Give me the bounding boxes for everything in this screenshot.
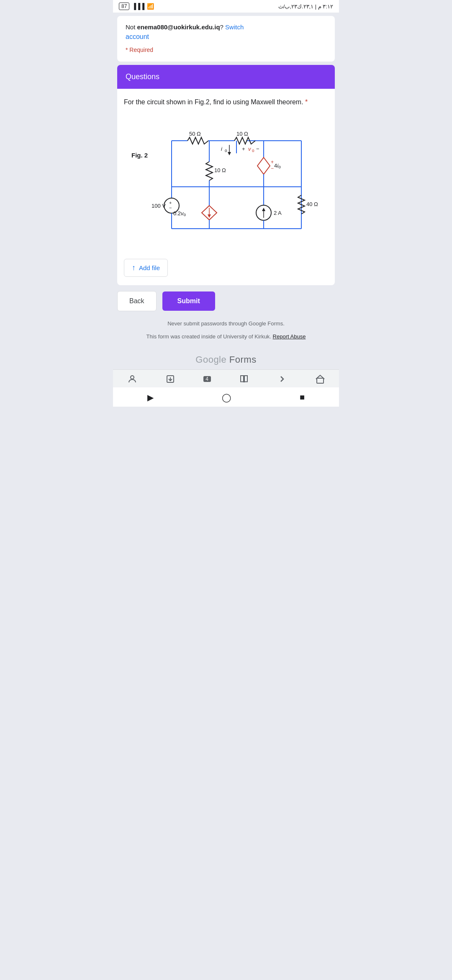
svg-text:i: i [221, 146, 223, 152]
not-account-line: Not enema080@uokirkuk.edu.iq? Switch [126, 23, 326, 32]
home-button[interactable]: ◯ [222, 392, 231, 402]
nav-book-icon[interactable] [239, 374, 249, 384]
report-abuse-link[interactable]: Report Abuse [273, 333, 306, 340]
svg-text:50 Ω: 50 Ω [189, 131, 201, 137]
password-warning: Never submit passwords through Google Fo… [120, 320, 332, 327]
questions-header: Questions [117, 65, 335, 89]
add-file-label: Add file [139, 264, 160, 271]
svg-marker-26 [257, 157, 270, 174]
footer-section: Never submit passwords through Google Fo… [113, 315, 339, 346]
top-info-card: Not enema080@uokirkuk.edu.iq? Switch acc… [117, 16, 335, 62]
svg-text:40 Ω: 40 Ω [306, 201, 318, 207]
question-card: For the circuit shown in Fig.2, find io … [117, 89, 335, 286]
required-star: * [305, 98, 308, 106]
svg-point-54 [131, 376, 134, 379]
email-address: enema080@uokirkuk.edu.iq [137, 23, 220, 31]
svg-text:Fig. 2: Fig. 2 [131, 152, 148, 159]
svg-text:+: + [242, 146, 245, 152]
svg-text:+: + [271, 159, 274, 165]
switch-link[interactable]: Switch [225, 23, 244, 31]
wifi-icon: 📶 [147, 3, 154, 10]
forms-text: Forms [226, 354, 256, 365]
nav-badge-icon[interactable]: 4 [203, 376, 211, 382]
svg-text:−: − [256, 146, 259, 152]
question-mark: ? [220, 23, 223, 31]
svg-rect-57 [317, 378, 324, 383]
required-label: * Required [126, 46, 326, 53]
svg-text:100 V: 100 V [152, 203, 166, 209]
nav-home-icon[interactable] [315, 374, 325, 384]
svg-text:o: o [225, 148, 227, 153]
questions-title: Questions [126, 72, 326, 81]
upload-icon: ↑ [132, 263, 136, 272]
bottom-nav: 4 [113, 369, 339, 387]
add-file-button[interactable]: ↑ Add file [124, 259, 168, 277]
back-button[interactable]: Back [117, 291, 157, 311]
account-link[interactable]: account [126, 33, 149, 41]
circuit-diagram: Fig. 2 50 Ω 10 Ω [124, 116, 328, 250]
google-text: Google [195, 354, 226, 365]
svg-text:+: + [169, 200, 172, 205]
signal-icon: ▐▐▐ [132, 3, 144, 10]
nav-download-icon[interactable] [165, 374, 175, 384]
svg-text:−: − [169, 205, 172, 210]
svg-text:10 Ω: 10 Ω [236, 131, 248, 137]
stop-button[interactable]: ■ [300, 392, 305, 402]
google-forms-logo: Google Forms [113, 354, 339, 365]
svg-text:4io: 4io [274, 162, 281, 169]
question-text: For the circuit shown in Fig.2, find io … [124, 97, 328, 108]
created-by-text: This form was created inside of Universi… [120, 333, 332, 341]
svg-text:0.2vo: 0.2vo [173, 210, 186, 217]
not-label: Not [126, 23, 137, 31]
action-row: Back Submit [117, 291, 335, 311]
status-left: 87 ▐▐▐ 📶 [119, 3, 154, 10]
battery-indicator: 87 [119, 3, 129, 10]
svg-text:−: − [271, 165, 274, 171]
svg-text:v: v [248, 146, 252, 152]
status-bar: 87 ▐▐▐ 📶 ٣:١٢ م | ٢٣,١.ك٢٣,ب/ث [113, 0, 339, 13]
system-nav: ▶ ◯ ■ [113, 387, 339, 407]
svg-text:10 Ω: 10 Ω [214, 167, 226, 173]
svg-text:2 A: 2 A [274, 210, 282, 216]
circuit-svg: Fig. 2 50 Ω 10 Ω [126, 116, 326, 250]
nav-profile-icon[interactable] [127, 374, 137, 384]
nav-chevron-right-icon[interactable] [277, 374, 287, 384]
submit-button[interactable]: Submit [162, 291, 215, 311]
nav-badge-count: 4 [203, 376, 211, 382]
status-right: ٣:١٢ م | ٢٣,١.ك٢٣,ب/ث [278, 3, 333, 10]
play-button[interactable]: ▶ [147, 392, 154, 402]
svg-text:o: o [252, 148, 254, 153]
svg-marker-13 [228, 152, 231, 155]
